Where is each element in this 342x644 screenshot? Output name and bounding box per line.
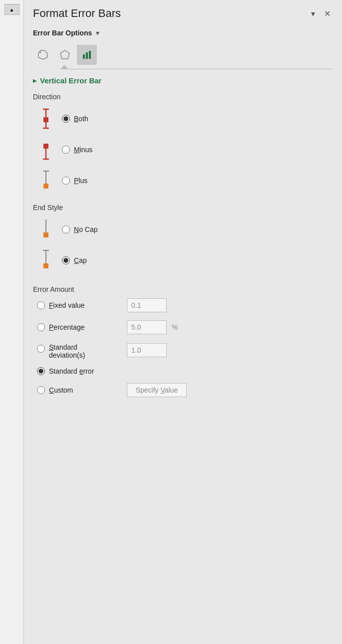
nocap-icon-cell [37, 217, 55, 241]
svg-rect-15 [43, 184, 48, 189]
section-header-chevron[interactable]: ▾ [96, 29, 99, 37]
ea-stdev-input[interactable] [127, 343, 167, 357]
ea-fixed-input[interactable] [127, 298, 167, 312]
section-header: Error Bar Options ▾ [24, 25, 342, 41]
ea-pct-label[interactable]: Percentage [37, 323, 122, 331]
direction-both-text: Both [74, 115, 88, 123]
end-style-section: End Style No Cap [33, 200, 333, 275]
minus-icon [39, 138, 52, 162]
direction-plus-radio[interactable] [62, 177, 70, 185]
ea-pct-row: Percentage % [37, 318, 333, 336]
end-style-nocap-row: No Cap [37, 215, 333, 244]
direction-plus-row: Plus [37, 166, 333, 196]
ea-stdev-text: Standarddeviation(s) [49, 343, 85, 359]
divider-line [68, 69, 333, 69]
header-actions: ▾ ✕ [309, 8, 333, 19]
header: Format Error Bars ▾ ✕ [24, 0, 342, 25]
direction-both-label[interactable]: Both [62, 115, 88, 123]
effects-icon [59, 49, 70, 60]
section-header-label: Error Bar Options [33, 29, 92, 37]
both-icon-cell [37, 107, 55, 131]
error-amount-label: Error Amount [33, 281, 333, 296]
svg-rect-4 [86, 52, 88, 59]
direction-both-row: Both [37, 104, 333, 134]
ea-custom-label[interactable]: Custom [37, 386, 122, 394]
end-style-nocap-text: No Cap [74, 225, 97, 233]
direction-plus-text: Plus [74, 177, 87, 185]
nocap-icon [39, 217, 52, 241]
svg-rect-17 [43, 232, 48, 237]
ea-stderr-text: Standard error [49, 367, 94, 375]
ea-custom-row: Custom Specify Value [37, 381, 333, 399]
end-style-cap-label[interactable]: Cap [62, 256, 87, 264]
ea-pct-text: Percentage [49, 323, 85, 331]
svg-marker-0 [38, 50, 47, 59]
direction-both-radio[interactable] [62, 115, 70, 123]
bar-chart-icon [81, 49, 92, 60]
ea-stdev-label[interactable]: Standarddeviation(s) [37, 342, 122, 359]
ea-stderr-label[interactable]: Standard error [37, 367, 122, 375]
main-panel: Format Error Bars ▾ ✕ Error Bar Options … [24, 0, 342, 644]
direction-minus-text: Minus [74, 146, 92, 154]
sidebar: ▲ [0, 0, 24, 644]
tab-effects[interactable] [55, 45, 75, 65]
direction-label: Direction [33, 89, 333, 104]
direction-radio-group: Both [33, 104, 333, 196]
error-amount-grid: Fixed value Percentage % [33, 296, 333, 399]
tab-indicator [60, 65, 68, 69]
tab-error-bar-options[interactable] [77, 45, 97, 65]
svg-rect-3 [83, 54, 85, 59]
end-style-cap-radio[interactable] [62, 256, 70, 264]
direction-plus-label[interactable]: Plus [62, 177, 87, 185]
cap-icon-cell [37, 248, 55, 272]
plus-icon-cell [37, 169, 55, 193]
ea-custom-radio[interactable] [37, 386, 45, 394]
svg-rect-5 [89, 51, 91, 59]
panel: ▲ Format Error Bars ▾ ✕ Error Bar Option… [0, 0, 342, 644]
tab-fill-line[interactable] [33, 45, 53, 65]
scroll-up-button[interactable]: ▲ [4, 4, 19, 15]
both-icon [39, 107, 52, 131]
ea-fixed-row: Fixed value [37, 296, 333, 314]
ea-stdev-radio[interactable] [37, 345, 45, 353]
ea-stderr-row: Standard error [37, 365, 333, 377]
end-style-nocap-label[interactable]: No Cap [62, 225, 97, 233]
end-style-label: End Style [33, 200, 333, 215]
svg-rect-20 [43, 263, 48, 268]
svg-point-1 [40, 52, 41, 53]
fill-line-icon [37, 49, 48, 60]
direction-minus-row: Minus [37, 135, 333, 165]
section-body: ▶ Vertical Error Bar Direction [24, 69, 342, 399]
collapse-triangle[interactable]: ▶ [33, 78, 37, 83]
cap-icon [39, 248, 52, 272]
ea-fixed-radio[interactable] [37, 301, 45, 309]
plus-icon [39, 169, 52, 193]
end-style-nocap-radio[interactable] [62, 225, 70, 233]
minus-icon-cell [37, 138, 55, 162]
panel-title: Format Error Bars [33, 7, 121, 20]
svg-rect-11 [43, 144, 48, 149]
direction-section: Direction [33, 89, 333, 196]
ea-stdev-row: Standarddeviation(s) [37, 340, 333, 361]
svg-rect-8 [43, 117, 48, 122]
end-style-cap-row: Cap [37, 245, 333, 275]
ea-pct-input[interactable] [127, 320, 167, 334]
dropdown-button[interactable]: ▾ [309, 8, 318, 19]
vertical-error-bar-title: ▶ Vertical Error Bar [33, 69, 333, 89]
ea-pct-unit: % [172, 323, 178, 331]
end-style-radio-group: No Cap [33, 215, 333, 275]
specify-value-button[interactable]: Specify Value [127, 383, 187, 397]
divider-container [24, 65, 342, 69]
svg-marker-2 [60, 50, 69, 59]
ea-custom-text: Custom [49, 386, 73, 394]
end-style-cap-text: Cap [74, 256, 87, 264]
ea-pct-radio[interactable] [37, 323, 45, 331]
ea-stderr-radio[interactable] [37, 367, 45, 375]
direction-minus-radio[interactable] [62, 146, 70, 154]
vertical-error-bar-label: Vertical Error Bar [40, 76, 101, 85]
tab-icons [24, 41, 342, 65]
close-button[interactable]: ✕ [322, 8, 333, 19]
direction-minus-label[interactable]: Minus [62, 146, 92, 154]
ea-fixed-label[interactable]: Fixed value [37, 301, 122, 309]
ea-fixed-text: Fixed value [49, 301, 85, 309]
